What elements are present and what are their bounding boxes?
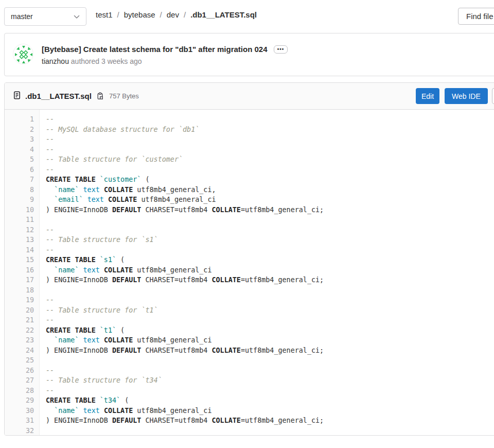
last-commit-box: [Bytebase] Create latest schema for "db1… xyxy=(4,33,494,76)
line-number-11[interactable]: 11 xyxy=(5,215,34,225)
code-line-8: `name` text COLLATE utf8mb4_general_ci, xyxy=(46,185,494,195)
code-line-22: CREATE TABLE `t1` ( xyxy=(46,325,494,336)
code-line-30: `name` text COLLATE utf8mb4_general_ci xyxy=(46,406,494,416)
line-number-14[interactable]: 14 xyxy=(5,245,34,255)
chevron-down-icon xyxy=(74,12,80,21)
line-number-28[interactable]: 28 xyxy=(5,386,34,396)
code-line-17: ) ENGINE=InnoDB DEFAULT CHARSET=utf8mb4 … xyxy=(46,275,494,285)
code-lines: ---- MySQL database structure for `db1`-… xyxy=(40,110,494,436)
code-line-12: -- xyxy=(46,225,494,235)
line-number-25[interactable]: 25 xyxy=(5,355,34,366)
commit-author-avatar[interactable] xyxy=(13,44,33,64)
code-line-24: ) ENGINE=InnoDB DEFAULT CHARSET=utf8mb4 … xyxy=(46,346,494,356)
clipped-action-button[interactable] xyxy=(492,88,494,104)
code-line-6: -- xyxy=(46,165,494,175)
bytebase-identicon xyxy=(13,44,33,64)
line-number-6[interactable]: 6 xyxy=(5,165,34,175)
commit-description-toggle[interactable]: ••• xyxy=(274,45,288,54)
code-line-1: -- xyxy=(46,114,494,125)
line-number-17[interactable]: 17 xyxy=(5,275,34,285)
line-number-9[interactable]: 9 xyxy=(5,195,34,205)
code-line-32 xyxy=(46,426,494,436)
branch-selector-label: master xyxy=(11,12,33,21)
file-viewer: .db1__LATEST.sql 757 Bytes Edit Web IDE … xyxy=(4,82,494,436)
breadcrumb-item-file: .db1__LATEST.sql xyxy=(190,10,257,19)
code-line-20: -- Table structure for `t1` xyxy=(46,305,494,316)
code-line-13: -- Table structure for `s1` xyxy=(46,235,494,245)
line-number-15[interactable]: 15 xyxy=(5,255,34,265)
code-line-4: -- xyxy=(46,145,494,155)
line-number-2[interactable]: 2 xyxy=(5,125,34,135)
code-line-16: `name` text COLLATE utf8mb4_general_ci xyxy=(46,265,494,275)
file-icon xyxy=(13,91,21,101)
code-line-9: `email` text COLLATE utf8mb4_general_ci xyxy=(46,195,494,205)
code-line-7: CREATE TABLE `customer` ( xyxy=(46,175,494,185)
line-number-22[interactable]: 22 xyxy=(5,325,34,336)
commit-title[interactable]: [Bytebase] Create latest schema for "db1… xyxy=(42,45,268,54)
breadcrumb-separator: / xyxy=(184,10,186,19)
code-line-19: -- xyxy=(46,295,494,305)
code-line-31: ) ENGINE=InnoDB DEFAULT CHARSET=utf8mb4 … xyxy=(46,416,494,426)
code-line-10: ) ENGINE=InnoDB DEFAULT CHARSET=utf8mb4 … xyxy=(46,205,494,215)
breadcrumb: test1 / bytebase / dev / .db1__LATEST.sq… xyxy=(96,0,257,29)
code-line-26: -- xyxy=(46,366,494,376)
branch-selector[interactable]: master xyxy=(4,7,86,26)
breadcrumb-separator: / xyxy=(160,10,162,19)
code-line-15: CREATE TABLE `s1` ( xyxy=(46,255,494,265)
line-number-21[interactable]: 21 xyxy=(5,315,34,325)
top-bar: master test1 / bytebase / dev / .db1__LA… xyxy=(0,0,494,29)
commit-authored-text: authored 3 weeks ago xyxy=(71,57,142,65)
line-number-29[interactable]: 29 xyxy=(5,395,34,406)
line-number-13[interactable]: 13 xyxy=(5,235,34,245)
line-number-30[interactable]: 30 xyxy=(5,406,34,416)
line-number-1[interactable]: 1 xyxy=(5,114,34,125)
line-number-7[interactable]: 7 xyxy=(5,175,34,185)
file-size: 757 Bytes xyxy=(109,92,139,100)
code-line-2: -- MySQL database structure for `db1` xyxy=(46,125,494,135)
line-number-19[interactable]: 19 xyxy=(5,295,34,305)
line-number-31[interactable]: 31 xyxy=(5,416,34,426)
file-content: 1234567891011121314151617181920212223242… xyxy=(5,110,494,436)
line-numbers: 1234567891011121314151617181920212223242… xyxy=(5,110,40,436)
copy-icon xyxy=(96,92,104,100)
line-number-23[interactable]: 23 xyxy=(5,335,34,346)
line-number-3[interactable]: 3 xyxy=(5,134,34,145)
breadcrumb-item-folder-2[interactable]: dev xyxy=(167,10,179,19)
code-line-14: -- xyxy=(46,245,494,255)
code-line-5: -- Table structure for `customer` xyxy=(46,154,494,165)
file-header: .db1__LATEST.sql 757 Bytes Edit Web IDE xyxy=(5,83,494,110)
line-number-16[interactable]: 16 xyxy=(5,265,34,275)
breadcrumb-item-repo[interactable]: test1 xyxy=(96,10,113,19)
line-number-5[interactable]: 5 xyxy=(5,154,34,165)
code-line-28: -- xyxy=(46,386,494,396)
code-line-3: -- xyxy=(46,134,494,145)
code-line-27: -- Table structure for `t34` xyxy=(46,375,494,386)
code-line-23: `name` text COLLATE utf8mb4_general_ci xyxy=(46,335,494,346)
commit-info: [Bytebase] Create latest schema for "db1… xyxy=(42,44,288,66)
line-number-8[interactable]: 8 xyxy=(5,185,34,195)
line-number-4[interactable]: 4 xyxy=(5,145,34,155)
line-number-12[interactable]: 12 xyxy=(5,225,34,235)
code-line-21: -- xyxy=(46,315,494,325)
code-line-11 xyxy=(46,215,494,225)
file-name: .db1__LATEST.sql xyxy=(25,92,92,100)
breadcrumb-item-folder-1[interactable]: bytebase xyxy=(124,10,155,19)
copy-file-path-button[interactable] xyxy=(96,92,104,100)
line-number-20[interactable]: 20 xyxy=(5,305,34,316)
line-number-32[interactable]: 32 xyxy=(5,426,34,436)
line-number-26[interactable]: 26 xyxy=(5,366,34,376)
web-ide-button[interactable]: Web IDE xyxy=(445,88,488,104)
line-number-18[interactable]: 18 xyxy=(5,285,34,296)
code-line-29: CREATE TABLE `t34` ( xyxy=(46,395,494,406)
code-line-18 xyxy=(46,285,494,296)
find-file-button[interactable]: Find file xyxy=(458,8,494,25)
commit-author-link[interactable]: tianzhou xyxy=(42,57,69,65)
line-number-10[interactable]: 10 xyxy=(5,205,34,215)
line-number-27[interactable]: 27 xyxy=(5,375,34,386)
breadcrumb-separator: / xyxy=(117,10,119,19)
code-line-25 xyxy=(46,355,494,366)
edit-button[interactable]: Edit xyxy=(416,88,439,104)
line-number-24[interactable]: 24 xyxy=(5,346,34,356)
